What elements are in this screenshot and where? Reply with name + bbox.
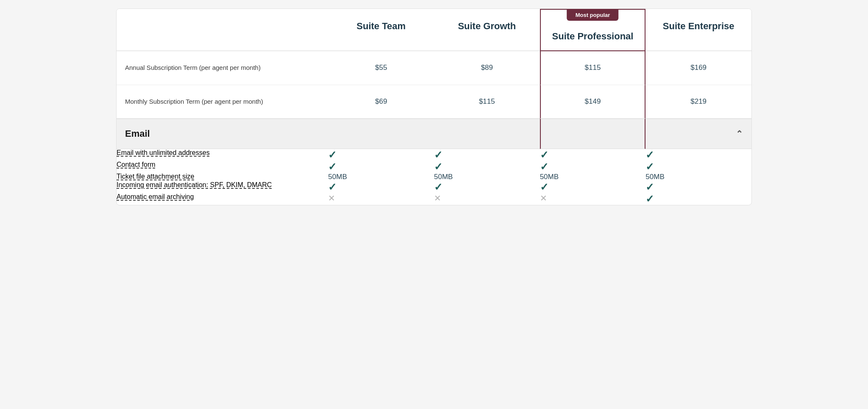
- plan-name-professional: Suite Professional: [552, 31, 634, 41]
- feature-professional-0: ✓: [540, 149, 646, 161]
- feature-growth-1: ✓: [434, 161, 540, 173]
- collapse-icon[interactable]: ⌃: [736, 129, 743, 139]
- plan-name-enterprise: Suite Enterprise: [663, 21, 734, 31]
- feature-label-text-0[interactable]: Email with unlimited addresses: [117, 149, 210, 156]
- x-icon: ✕: [328, 193, 335, 203]
- plan-name-growth: Suite Growth: [458, 21, 516, 31]
- feature-professional-2: 50MB: [540, 173, 646, 181]
- section-header-professional: [540, 119, 646, 149]
- annual-sub-label: Annual Subscription Term (per agent per …: [117, 51, 328, 85]
- monthly-sub-label: Monthly Subscription Term (per agent per…: [117, 85, 328, 119]
- x-icon: ✕: [434, 193, 441, 203]
- check-icon: ✓: [434, 181, 442, 193]
- check-icon: ✓: [645, 149, 654, 160]
- section-header-enterprise-collapse[interactable]: ⌃: [645, 119, 751, 149]
- feature-growth-2: 50MB: [434, 173, 540, 181]
- annual-sub-growth: $89: [434, 51, 540, 85]
- plan-name-team: Suite Team: [356, 21, 406, 31]
- check-icon: ✓: [328, 161, 337, 172]
- monthly-sub-team: $69: [328, 85, 434, 119]
- feature-growth-3: ✓: [434, 181, 540, 193]
- feature-label-text-2[interactable]: Ticket file attachment size: [117, 173, 194, 180]
- feature-label-1: Contact form: [117, 161, 328, 173]
- feature-enterprise-0: ✓: [645, 149, 751, 161]
- feature-professional-1: ✓: [540, 161, 646, 173]
- value-text: 50MB: [540, 173, 559, 181]
- check-icon: ✓: [540, 149, 548, 160]
- feature-growth-0: ✓: [434, 149, 540, 161]
- monthly-sub-growth: $115: [434, 85, 540, 119]
- header-professional: Most popular Suite Professional: [540, 9, 646, 51]
- header-enterprise: Suite Enterprise: [645, 9, 751, 51]
- check-icon: ✓: [645, 181, 654, 193]
- value-text: 50MB: [434, 173, 453, 181]
- feature-professional-4: ✕: [540, 193, 646, 205]
- feature-label-4: Automatic email archiving: [117, 193, 328, 205]
- feature-label-3: Incoming email authentication: SPF, DKIM…: [117, 181, 328, 193]
- feature-team-2: 50MB: [328, 173, 434, 181]
- feature-label-0: Email with unlimited addresses: [117, 149, 328, 161]
- feature-enterprise-1: ✓: [645, 161, 751, 173]
- check-icon: ✓: [645, 193, 654, 204]
- value-text: 50MB: [645, 173, 664, 181]
- annual-sub-enterprise: $169: [645, 51, 751, 85]
- annual-sub-team: $55: [328, 51, 434, 85]
- check-icon: ✓: [328, 181, 337, 193]
- most-popular-badge: Most popular: [567, 9, 619, 21]
- feature-team-1: ✓: [328, 161, 434, 173]
- feature-label-2: Ticket file attachment size: [117, 173, 328, 181]
- x-icon: ✕: [540, 193, 547, 203]
- feature-enterprise-4: ✓: [645, 193, 751, 205]
- value-text: 50MB: [328, 173, 347, 181]
- feature-label-text-1[interactable]: Contact form: [117, 161, 156, 168]
- header-growth: Suite Growth: [434, 9, 540, 51]
- feature-team-3: ✓: [328, 181, 434, 193]
- section-header-growth: [434, 119, 540, 149]
- feature-growth-4: ✕: [434, 193, 540, 205]
- feature-label-text-3[interactable]: Incoming email authentication: SPF, DKIM…: [117, 181, 272, 188]
- monthly-sub-enterprise: $219: [645, 85, 751, 119]
- check-icon: ✓: [540, 181, 548, 193]
- section-header-team: [328, 119, 434, 149]
- feature-team-4: ✕: [328, 193, 434, 205]
- feature-team-0: ✓: [328, 149, 434, 161]
- header-team: Suite Team: [328, 9, 434, 51]
- feature-enterprise-3: ✓: [645, 181, 751, 193]
- table-grid: Suite Team Suite Growth Most popular Sui…: [117, 9, 751, 205]
- feature-professional-3: ✓: [540, 181, 646, 193]
- monthly-sub-professional: $149: [540, 85, 646, 119]
- check-icon: ✓: [434, 161, 442, 172]
- feature-enterprise-2: 50MB: [645, 173, 751, 181]
- check-icon: ✓: [645, 161, 654, 172]
- header-feature-col: [117, 9, 328, 51]
- feature-label-text-4[interactable]: Automatic email archiving: [117, 193, 194, 200]
- check-icon: ✓: [328, 149, 337, 160]
- pricing-table: Suite Team Suite Growth Most popular Sui…: [116, 8, 752, 205]
- check-icon: ✓: [434, 149, 442, 160]
- annual-sub-professional: $115: [540, 51, 646, 85]
- email-section-header: Email: [117, 119, 328, 149]
- check-icon: ✓: [540, 161, 548, 172]
